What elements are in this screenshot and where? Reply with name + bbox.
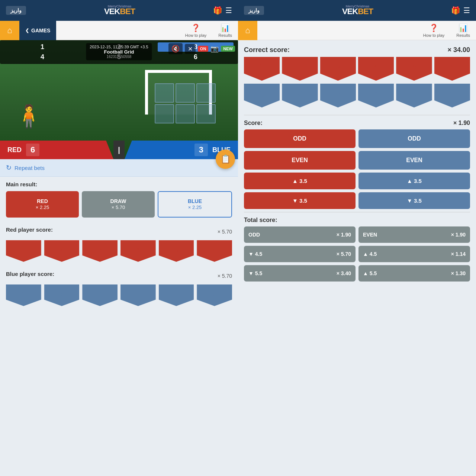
results-button-right[interactable]: 📊 Results	[450, 21, 476, 41]
red-shield-1[interactable]: 1	[6, 240, 41, 262]
menu-icon-left[interactable]: ☰	[225, 6, 232, 15]
even-blue-button[interactable]: EVEN	[358, 151, 470, 170]
down-blue-button[interactable]: ▼ 3.5	[358, 192, 470, 209]
cs-red-6[interactable]: 6	[434, 57, 470, 81]
score-section-mult: × 1.90	[453, 120, 470, 126]
red-team-score: RED 6	[0, 141, 113, 159]
up-blue-button[interactable]: ▲ 3.5	[358, 173, 470, 189]
main-result-title: Main result:	[6, 181, 232, 187]
home-icon-right: ⌂	[245, 26, 250, 35]
blue-shield-1[interactable]: 1	[6, 284, 41, 306]
cs-blue-5[interactable]: 5	[396, 84, 432, 107]
total-up-5-5-button[interactable]: ▲ 5.5 × 1.30	[358, 265, 470, 282]
draw-button[interactable]: DRAW × 5.70	[82, 191, 155, 218]
home-button[interactable]: ⌂	[0, 21, 19, 40]
left-panel: ⌂ ❮ GAMES ❓ How to play 📊 Results	[0, 21, 238, 476]
volume-icon[interactable]: 🔇	[168, 43, 183, 54]
camera-icon[interactable]: 📷	[210, 45, 219, 53]
close-icon[interactable]: ✕	[185, 44, 196, 54]
logo-text-left: VEKBET	[104, 7, 135, 16]
cs-red-3[interactable]: 3	[320, 57, 356, 81]
correct-score-header: Correct score: × 34.00	[238, 40, 476, 57]
results-label-right: Results	[456, 33, 470, 38]
grid-num-1: 1	[4, 42, 80, 52]
repeat-icon: ↻	[6, 164, 12, 172]
wariz-button-left[interactable]: واريز	[6, 6, 26, 15]
odd-blue-button[interactable]: ODD	[358, 129, 470, 148]
game-id: 162312150558	[90, 55, 148, 59]
bet-slip-button[interactable]: 📋	[216, 149, 235, 169]
chart-icon: 📊	[221, 23, 230, 32]
total-even-button[interactable]: EVEN × 1.90	[358, 226, 470, 243]
down-red-button[interactable]: ▼ 3.5	[244, 192, 356, 209]
total-down-5-5-button[interactable]: ▼ 5.5 × 3.40	[244, 265, 356, 282]
score-board: RED 6 | 3 BLUE	[0, 141, 238, 159]
header-left: واريز MerryChristmas VEKBET 🎁 ☰	[0, 0, 238, 21]
red-shield-2[interactable]: 2	[44, 240, 80, 262]
question-icon: ❓	[191, 23, 200, 32]
red-shield-4[interactable]: 4	[120, 240, 156, 262]
gift-icon-left[interactable]: 🎁	[213, 6, 222, 15]
goal-cell-1	[155, 83, 174, 103]
how-to-play-button-right[interactable]: ❓ How to play	[417, 21, 450, 41]
cs-red-2[interactable]: 2	[282, 57, 318, 81]
red-player-score-section: Red player score: × 5.70 1 2 3 4 5 6	[0, 223, 238, 268]
blue-player-score-section: Blue player score: × 5.70 1 2 3 4 5 6	[0, 268, 238, 312]
total-odd-button[interactable]: ODD × 1.90	[244, 226, 356, 243]
nav-right-icons-right: ❓ How to play 📊 Results	[417, 21, 476, 41]
total-score-title: Total score:	[244, 217, 277, 223]
cs-blue-2[interactable]: 2	[282, 84, 318, 107]
games-button[interactable]: ❮ GAMES	[19, 21, 56, 40]
correct-score-shields: 1 2 3 4 5 6 1 2 3 4 5 6	[238, 57, 476, 115]
menu-icon-right[interactable]: ☰	[463, 6, 470, 15]
nav-bar-right: ⌂ ❓ How to play 📊 Results	[238, 21, 476, 40]
total-even-label: EVEN	[363, 232, 377, 238]
blue-shield-6[interactable]: 6	[197, 284, 232, 306]
wariz-button-right[interactable]: واريز	[244, 6, 264, 15]
total-up-5-5-label: ▲ 5.5	[363, 270, 377, 276]
even-row: EVEN EVEN	[238, 151, 476, 173]
home-icon: ⌂	[7, 26, 12, 35]
header-right: واريز MerryChristmas VEKBET 🎁 ☰	[238, 0, 476, 21]
cs-blue-row: 1 2 3 4 5 6	[244, 84, 470, 107]
home-button-right[interactable]: ⌂	[238, 21, 257, 40]
blue-shield-5[interactable]: 5	[159, 284, 194, 306]
total-even-mult: × 1.90	[451, 232, 466, 238]
cs-blue-6[interactable]: 6	[434, 84, 470, 107]
red-team-label: RED	[7, 146, 22, 154]
repeat-bets-label: Repeat bets	[15, 165, 45, 171]
even-red-button[interactable]: EVEN	[244, 151, 356, 170]
cs-blue-1[interactable]: 1	[244, 84, 280, 107]
blue-shield-4[interactable]: 4	[120, 284, 156, 306]
total-up-4-5-button[interactable]: ▲ 4.5 × 1.14	[358, 246, 470, 262]
total-up-4-5-label: ▲ 4.5	[363, 251, 377, 257]
red-shield-6[interactable]: 6	[197, 240, 232, 262]
repeat-bets-bar[interactable]: ↻ Repeat bets	[0, 159, 238, 177]
goal-cell-6	[196, 104, 216, 123]
cs-red-4[interactable]: 4	[358, 57, 394, 81]
blue-shield-3[interactable]: 3	[82, 284, 118, 306]
odd-red-button[interactable]: ODD	[244, 129, 356, 148]
main-content: ⌂ ❮ GAMES ❓ How to play 📊 Results	[0, 21, 476, 476]
red-shield-3[interactable]: 3	[82, 240, 118, 262]
cs-blue-3[interactable]: 3	[320, 84, 356, 107]
blue-team-button[interactable]: BLUE × 2.25	[158, 191, 232, 218]
cs-red-5[interactable]: 5	[396, 57, 432, 81]
repeat-bets-container: ↻ Repeat bets 📋	[0, 159, 238, 177]
games-label: GAMES	[31, 28, 50, 33]
total-down-4-5-button[interactable]: ▼ 4.5 × 5.70	[244, 246, 356, 262]
cs-red-1[interactable]: 1	[244, 57, 280, 81]
cs-blue-4[interactable]: 4	[358, 84, 394, 107]
blue-shield-2[interactable]: 2	[44, 284, 80, 306]
goal-post	[145, 70, 212, 115]
results-button[interactable]: 📊 Results	[212, 21, 238, 41]
blue-score-number: 3	[194, 144, 208, 156]
up-red-button[interactable]: ▲ 3.5	[244, 173, 356, 189]
gift-icon-right[interactable]: 🎁	[451, 6, 460, 15]
correct-score-mult: × 34.00	[447, 46, 470, 54]
header: واريز MerryChristmas VEKBET 🎁 ☰ واريز Me…	[0, 0, 476, 21]
red-team-button[interactable]: RED × 2.25	[6, 191, 79, 218]
how-to-play-button[interactable]: ❓ How to play	[179, 21, 212, 41]
red-shield-5[interactable]: 5	[159, 240, 194, 262]
badge-new: NEW	[221, 46, 235, 52]
